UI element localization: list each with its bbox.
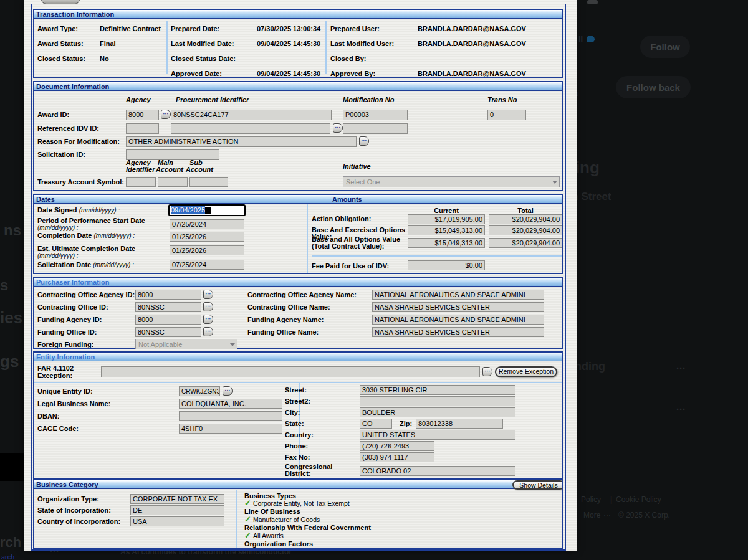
field-value: BRANDI.A.DARDAR@NASA.GOV	[418, 70, 526, 77]
far-exception-lookup-button[interactable]: ···	[482, 367, 492, 376]
ref-idv-lookup-button[interactable]: ···	[333, 123, 343, 133]
ref-idv-mod-input[interactable]	[343, 123, 408, 134]
sidebar-nav-fragment: ns	[4, 222, 21, 239]
lookup-button[interactable]: ···	[203, 327, 213, 336]
chevron-down-icon	[230, 343, 235, 346]
field-label: Foreign Funding:	[37, 341, 94, 348]
base-all-options-current[interactable]: $15,049,313.00	[408, 238, 485, 248]
street-input[interactable]: 3030 STERLING CIR	[360, 385, 515, 395]
field-label: Funding Office Name:	[247, 328, 319, 336]
ref-idv-agency-input[interactable]	[126, 123, 159, 134]
field-label: Prepared Date:	[171, 25, 219, 32]
uei-lookup-button[interactable]: ···	[223, 386, 233, 396]
funding-agency-id-input[interactable]: 8000	[135, 315, 201, 325]
field-label: Completion Date (mm/dd/yyyy) :	[37, 232, 168, 239]
phone-input[interactable]: (720) 726-2493	[360, 441, 434, 451]
field-label: Funding Office ID:	[37, 328, 97, 336]
handle-fragment: ll	[578, 34, 583, 44]
country-input[interactable]: UNITED STATES	[360, 430, 515, 440]
field-label: Closed By:	[330, 55, 366, 62]
section-purchaser-information: Purchaser Information Contracting Office…	[33, 277, 563, 349]
award-piid-input[interactable]: 80NSSC24CA177	[171, 110, 332, 120]
field-value: Final	[100, 40, 116, 47]
tas-main-account-input[interactable]	[158, 177, 188, 187]
field-value: BRANDI.A.DARDAR@NASA.GOV	[418, 40, 526, 47]
contracting-office-agency-id-input[interactable]: 8000	[135, 290, 201, 300]
modification-no-input[interactable]: P00003	[343, 110, 408, 120]
street2-input[interactable]	[360, 396, 515, 406]
funding-office-id-input[interactable]: 80NSSC	[135, 327, 201, 337]
far-exception-input[interactable]	[101, 366, 480, 377]
field-label: Country:	[285, 431, 314, 439]
trans-no-input[interactable]: 0	[487, 110, 526, 120]
field-label: FAR 4.1102	[37, 364, 74, 372]
ref-idv-piid-input[interactable]	[171, 123, 330, 134]
field-label: State of Incorporation:	[37, 506, 111, 514]
show-details-button[interactable]: Show Details	[512, 480, 563, 490]
scroll-pill	[587, 0, 598, 4]
section-header: Document Information	[34, 82, 562, 91]
lookup-button[interactable]: ···	[203, 302, 213, 311]
base-exercised-options-current[interactable]: $15,049,313.00	[408, 225, 485, 235]
state-input[interactable]: CO	[360, 419, 392, 429]
contracting-office-id-input[interactable]: 80NSSC	[135, 302, 201, 312]
base-exercised-options-total[interactable]: $20,029,904.00	[489, 225, 562, 235]
reason-for-modification-input[interactable]: OTHER ADMINISTRATIVE ACTION	[126, 136, 357, 147]
state-of-incorporation-input[interactable]: DE	[130, 505, 224, 515]
sidebar-nav-fragment: ies	[0, 308, 22, 328]
column-header: Current	[408, 207, 485, 214]
business-group-heading: Relationship With Federal Government	[244, 524, 371, 531]
award-agency-lookup-button[interactable]: ···	[161, 110, 171, 119]
lookup-button[interactable]: ···	[203, 290, 213, 299]
tas-sub-account-input[interactable]	[189, 177, 228, 187]
organization-type-input[interactable]: CORPORATE NOT TAX EX	[130, 494, 224, 504]
country-of-incorporation-input[interactable]: USA	[130, 516, 224, 526]
business-check-item: Corporate Entity, Not Tax Exempt	[244, 500, 350, 507]
partial-toolbar-button[interactable]	[41, 0, 80, 4]
select-value: Not Applicable	[138, 341, 182, 348]
amounts-divider	[312, 255, 562, 257]
est-ultimate-completion-date-input[interactable]: 01/25/2026	[170, 245, 244, 255]
funding-agency-name[interactable]: NATIONAL AERONAUTICS AND SPACE ADMINI	[372, 315, 544, 325]
field-label: Contracting Office Agency ID:	[37, 291, 135, 298]
trend-ellipsis-icon: ···	[676, 404, 686, 414]
entity-divider	[34, 382, 562, 383]
fee-paid-idv-input[interactable]: $0.00	[408, 260, 485, 270]
completion-date-input[interactable]: 01/25/2026	[170, 232, 244, 242]
action-obligation-total[interactable]: $20,029,904.00	[489, 214, 562, 224]
field-label: Funding Agency Name:	[247, 316, 324, 323]
field-label: DBAN:	[37, 412, 59, 420]
remove-exception-button[interactable]: Remove Exception	[495, 366, 557, 377]
sidebar-nav-fragment: s	[0, 277, 8, 294]
fpds-form-window: Transaction Information Award Type: Defi…	[24, 0, 577, 551]
zip-input[interactable]: 803012338	[416, 419, 503, 429]
contracting-office-agency-name[interactable]: NATIONAL AERONAUTICS AND SPACE ADMINI	[372, 290, 544, 300]
pop-start-date-input[interactable]: 07/25/2024	[170, 219, 244, 229]
cage-code-input[interactable]: 4SHF0	[179, 424, 282, 434]
reason-lookup-button[interactable]: ···	[359, 136, 369, 146]
city-input[interactable]: BOULDER	[360, 407, 515, 417]
solicitation-date-input[interactable]: 07/25/2024	[170, 260, 244, 270]
field-label: Solicitation Date (mm/dd/yyyy) :	[37, 262, 168, 268]
congressional-district-input[interactable]: COLORADO 02	[360, 466, 515, 476]
unique-entity-id-input[interactable]: CRWKJZGN3D89	[179, 386, 220, 396]
action-obligation-current[interactable]: $17,019,905.00	[408, 214, 485, 224]
lookup-button[interactable]: ···	[203, 315, 213, 324]
date-signed-input[interactable]: 09/04/2025	[168, 204, 246, 216]
panel-divider	[307, 204, 308, 273]
contracting-office-name[interactable]: NASA SHARED SERVICES CENTER	[372, 302, 544, 312]
business-check-item: For Profit Organization	[244, 548, 319, 549]
fax-input[interactable]: (303) 974-1117	[360, 452, 434, 462]
base-all-options-total[interactable]: $20,029,904.00	[489, 238, 562, 248]
award-agency-input[interactable]: 8000	[126, 110, 159, 120]
field-label: Contracting Office ID:	[37, 303, 108, 311]
field-label: Phone:	[285, 442, 308, 450]
dban-input[interactable]	[179, 411, 282, 421]
column-divider	[166, 21, 168, 74]
field-label: Country of Incorporation:	[37, 518, 120, 525]
section-header: Entity Information	[34, 353, 562, 361]
tas-agency-identifier-input[interactable]	[126, 177, 156, 187]
legal-business-name-input[interactable]: COLDQUANTA, INC.	[179, 399, 282, 409]
field-value: BRANDI.A.DARDAR@NASA.GOV	[418, 25, 526, 32]
funding-office-name[interactable]: NASA SHARED SERVICES CENTER	[372, 327, 544, 337]
